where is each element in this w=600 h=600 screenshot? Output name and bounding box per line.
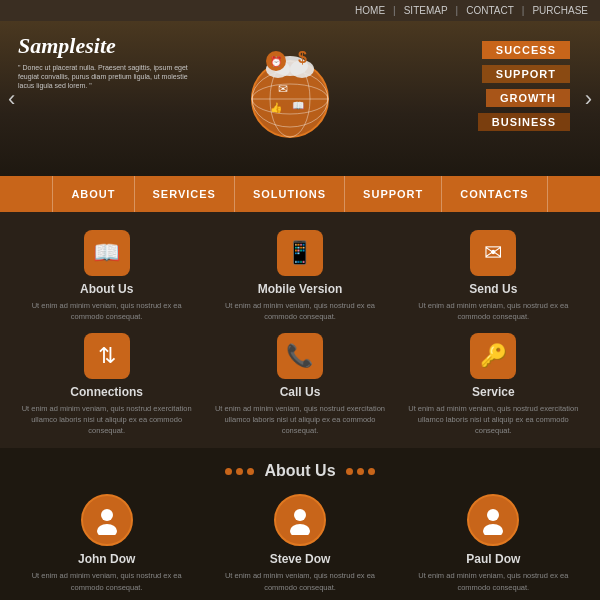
- svg-text:✉: ✉: [278, 82, 288, 96]
- feature-about-desc: Ut enim ad minim veniam, quis nostrud ex…: [20, 300, 193, 323]
- member-desc-paul: Ut enim ad minim veniam, quis nostrud ex…: [407, 570, 580, 593]
- feature-about: 📖 About Us Ut enim ad minim veniam, quis…: [10, 230, 203, 323]
- feature-connections-title: Connections: [70, 385, 143, 399]
- dot-1: [225, 468, 232, 475]
- dot-3: [247, 468, 254, 475]
- badge-support: SUPPORT: [482, 65, 570, 83]
- feature-service: 🔑 Service Ut enim ad minim veniam, quis …: [397, 333, 590, 437]
- main-navigation: ABOUT SERVICES SOLUTIONS SUPPORT CONTACT…: [0, 176, 600, 212]
- svg-point-16: [97, 524, 117, 535]
- nav-services[interactable]: SERVICES: [135, 176, 235, 212]
- about-header: About Us: [10, 462, 590, 480]
- features-section: 📖 About Us Ut enim ad minim veniam, quis…: [0, 212, 600, 448]
- feature-call: 📞 Call Us Ut enim ad minim veniam, quis …: [203, 333, 396, 437]
- topnav-sitemap[interactable]: SITEMAP: [404, 5, 448, 16]
- member-name-john: John Dow: [78, 552, 135, 566]
- avatar-steve: [274, 494, 326, 546]
- prev-arrow[interactable]: ‹: [8, 86, 15, 112]
- site-logo: Samplesite " Donec ut placerat nulla. Pr…: [18, 33, 198, 90]
- dot-4: [346, 468, 353, 475]
- about-icon: 📖: [84, 230, 130, 276]
- hero-section: Samplesite " Donec ut placerat nulla. Pr…: [0, 21, 600, 176]
- avatar-john: [81, 494, 133, 546]
- svg-text:📖: 📖: [292, 99, 305, 112]
- feature-mobile-desc: Ut enim ad minim veniam, quis nostrud ex…: [213, 300, 386, 323]
- features-grid: 📖 About Us Ut enim ad minim veniam, quis…: [10, 230, 590, 436]
- left-dots: [225, 468, 254, 475]
- member-name-steve: Steve Dow: [270, 552, 331, 566]
- member-desc-steve: Ut enim ad minim veniam, quis nostrud ex…: [213, 570, 386, 593]
- about-title: About Us: [264, 462, 335, 480]
- badge-success: SUCCESS: [482, 41, 570, 59]
- globe-icon: ✉ 📖 👍 $ ⏰: [240, 31, 340, 145]
- feature-about-title: About Us: [80, 282, 133, 296]
- service-icon: 🔑: [470, 333, 516, 379]
- feature-service-title: Service: [472, 385, 515, 399]
- feature-mobile-title: Mobile Version: [258, 282, 343, 296]
- team-grid: John Dow Ut enim ad minim veniam, quis n…: [10, 494, 590, 593]
- connections-icon: ⇅: [84, 333, 130, 379]
- svg-point-20: [483, 524, 503, 535]
- svg-point-17: [294, 509, 306, 521]
- feature-mobile: 📱 Mobile Version Ut enim ad minim veniam…: [203, 230, 396, 323]
- team-member-paul: Paul Dow Ut enim ad minim veniam, quis n…: [397, 494, 590, 593]
- hero-tagline: " Donec ut placerat nulla. Praesent sagi…: [18, 63, 198, 90]
- top-navigation: HOME | SITEMAP | CONTACT | PURCHASE: [0, 0, 600, 21]
- send-icon: ✉: [470, 230, 516, 276]
- right-dots: [346, 468, 375, 475]
- member-name-paul: Paul Dow: [466, 552, 520, 566]
- dot-5: [357, 468, 364, 475]
- team-member-john: John Dow Ut enim ad minim veniam, quis n…: [10, 494, 203, 593]
- svg-point-15: [101, 509, 113, 521]
- call-icon: 📞: [277, 333, 323, 379]
- feature-connections-desc: Ut enim ad minim veniam, quis nostrud ex…: [20, 403, 193, 437]
- feature-connections: ⇅ Connections Ut enim ad minim veniam, q…: [10, 333, 203, 437]
- topnav-contact[interactable]: CONTACT: [466, 5, 514, 16]
- svg-text:⏰: ⏰: [270, 55, 283, 68]
- about-section: About Us John Dow Ut enim ad minim venia…: [0, 448, 600, 600]
- feature-call-title: Call Us: [280, 385, 321, 399]
- avatar-paul: [467, 494, 519, 546]
- svg-point-18: [290, 524, 310, 535]
- dot-6: [368, 468, 375, 475]
- dot-2: [236, 468, 243, 475]
- badge-growth: GROWTH: [486, 89, 570, 107]
- svg-point-19: [487, 509, 499, 521]
- nav-contacts[interactable]: CONTACTS: [442, 176, 547, 212]
- next-arrow[interactable]: ›: [585, 86, 592, 112]
- feature-call-desc: Ut enim ad minim veniam, quis nostrud ex…: [213, 403, 386, 437]
- topnav-home[interactable]: HOME: [355, 5, 385, 16]
- svg-text:$: $: [298, 49, 307, 66]
- badge-business: BUSINESS: [478, 113, 570, 131]
- team-member-steve: Steve Dow Ut enim ad minim veniam, quis …: [203, 494, 396, 593]
- feature-send-title: Send Us: [469, 282, 517, 296]
- badge-labels: SUCCESS SUPPORT GROWTH BUSINESS: [478, 41, 570, 131]
- feature-send: ✉ Send Us Ut enim ad minim veniam, quis …: [397, 230, 590, 323]
- feature-service-desc: Ut enim ad minim veniam, quis nostrud ex…: [407, 403, 580, 437]
- mobile-icon: 📱: [277, 230, 323, 276]
- feature-send-desc: Ut enim ad minim veniam, quis nostrud ex…: [407, 300, 580, 323]
- member-desc-john: Ut enim ad minim veniam, quis nostrud ex…: [20, 570, 193, 593]
- svg-text:👍: 👍: [270, 101, 283, 114]
- nav-solutions[interactable]: SOLUTIONS: [235, 176, 345, 212]
- site-name: Samplesite: [18, 33, 198, 59]
- nav-about[interactable]: ABOUT: [52, 176, 134, 212]
- topnav-purchase[interactable]: PURCHASE: [532, 5, 588, 16]
- nav-support[interactable]: SUPPORT: [345, 176, 442, 212]
